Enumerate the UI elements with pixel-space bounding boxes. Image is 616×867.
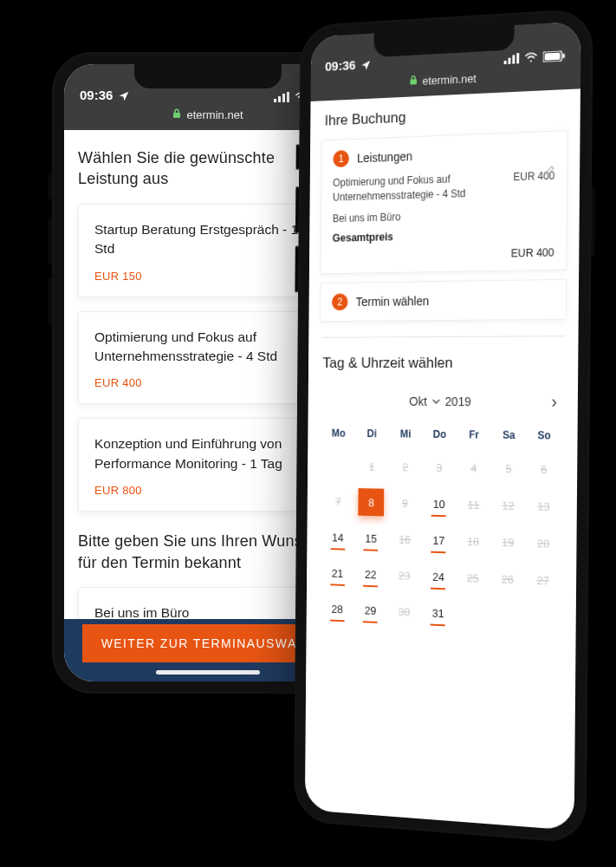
svg-point-13 [530,60,532,62]
browser-url: etermin.net [186,108,243,123]
svg-rect-1 [278,96,281,102]
svg-rect-12 [516,53,519,63]
calendar-dow: So [527,422,562,451]
calendar-next-icon[interactable]: › [551,392,557,412]
calendar-day: 19 [495,528,522,557]
calendar-day: 7 [325,488,351,516]
calendar-day: 16 [392,525,418,554]
svg-rect-2 [282,94,285,102]
svg-rect-3 [287,92,289,102]
calendar-day[interactable]: 10 [425,490,452,518]
calendar-day[interactable]: 17 [425,526,452,555]
service-price: EUR 800 [94,484,321,497]
svg-rect-8 [173,113,180,118]
signal-icon [504,53,520,64]
calendar-day: 13 [530,492,558,521]
lock-icon [172,108,181,123]
calendar-dow: Do [423,421,457,449]
phone-mockup-right: 09:36 etermin.net Ihre Buchung 1 Leistun… [294,8,593,844]
datetime-heading: Tag & Uhrzeit wählen [322,355,564,372]
status-location-arrow-icon [118,90,130,102]
calendar-day[interactable]: 28 [324,595,350,623]
step-badge: 2 [332,294,348,311]
step-label: Termin wählen [356,295,430,310]
booking-heading: Ihre Buchung [325,101,567,129]
service-price: EUR 150 [94,270,321,283]
calendar-dow: Sa [491,422,527,451]
lock-icon [409,74,418,89]
chevron-down-icon [431,394,440,408]
status-location-arrow-icon [360,59,372,72]
wifi-icon [524,52,538,63]
booking-summary-card: 1 Leistungen Optimierung und Fokus auf U… [321,130,568,275]
edit-icon[interactable] [544,163,556,179]
step-label: Leistungen [357,149,412,165]
calendar-dow: Mi [388,421,422,449]
calendar-day: 4 [460,454,487,483]
calendar-month: Okt [409,394,427,408]
browser-url: etermin.net [422,71,476,89]
step-badge: 1 [333,150,349,167]
calendar-year: 2019 [445,394,471,408]
booking-service-desc: Optimierung und Fokus auf Unternehmensst… [333,170,514,205]
calendar-day: 20 [529,529,557,557]
calendar-day: 18 [460,527,487,556]
status-time: 09:36 [325,57,355,74]
calendar: ‹ Okt 2019 › MoDiMiDoFrSaSo 123456789101… [317,382,566,646]
svg-rect-17 [410,79,417,84]
calendar-day[interactable]: 15 [358,525,384,552]
calendar-grid: MoDiMiDoFrSaSo 1234567891011121314151617… [321,420,562,636]
calendar-day: 1 [359,453,385,480]
total-value: EUR 400 [511,247,554,260]
calendar-day[interactable]: 14 [325,524,351,551]
calendar-day: 26 [494,564,521,593]
home-indicator[interactable] [156,670,260,675]
svg-rect-16 [562,54,565,58]
calendar-dow: Di [355,421,389,449]
calendar-day: 25 [459,564,486,592]
calendar-day: 30 [391,597,417,626]
calendar-day: 9 [392,489,418,517]
calendar-month-selector[interactable]: Okt 2019 [409,394,470,408]
calendar-day: 6 [530,455,558,484]
calendar-day: 5 [495,454,522,483]
calendar-day[interactable]: 31 [425,599,451,628]
calendar-dow: Mo [322,420,355,448]
calendar-day[interactable]: 22 [358,560,384,589]
calendar-day: 2 [392,453,418,481]
booking-location: Bei uns im Büro [333,205,554,226]
battery-icon [543,50,566,62]
signal-icon [274,92,289,102]
calendar-day[interactable]: 29 [358,596,384,625]
calendar-day: 12 [495,492,522,520]
booking-step-card[interactable]: 2 Termin wählen [320,279,567,322]
service-title: Konzeption und Einführung von Performanc… [94,434,321,473]
status-time: 09:36 [80,88,113,102]
divider [321,336,565,339]
calendar-day[interactable]: 8 [359,488,385,516]
svg-rect-11 [512,55,515,63]
calendar-day[interactable]: 21 [325,559,351,587]
service-title: Startup Beratung Erstgespräch - 1,5 Std [94,220,321,259]
svg-rect-10 [508,58,510,64]
svg-rect-9 [504,61,507,64]
calendar-day: 3 [426,453,453,481]
service-price: EUR 400 [94,376,321,389]
svg-rect-0 [274,99,276,102]
calendar-day: 27 [529,566,557,596]
calendar-day: 11 [460,491,487,519]
calendar-day: 23 [392,562,418,590]
calendar-dow: Fr [457,422,491,451]
svg-rect-15 [545,53,561,61]
total-label: Gesamtpreis [333,231,393,244]
service-title: Optimierung und Fokus auf Unternehmensst… [94,328,321,367]
calendar-day[interactable]: 24 [425,563,452,591]
phone-notch [134,64,282,88]
